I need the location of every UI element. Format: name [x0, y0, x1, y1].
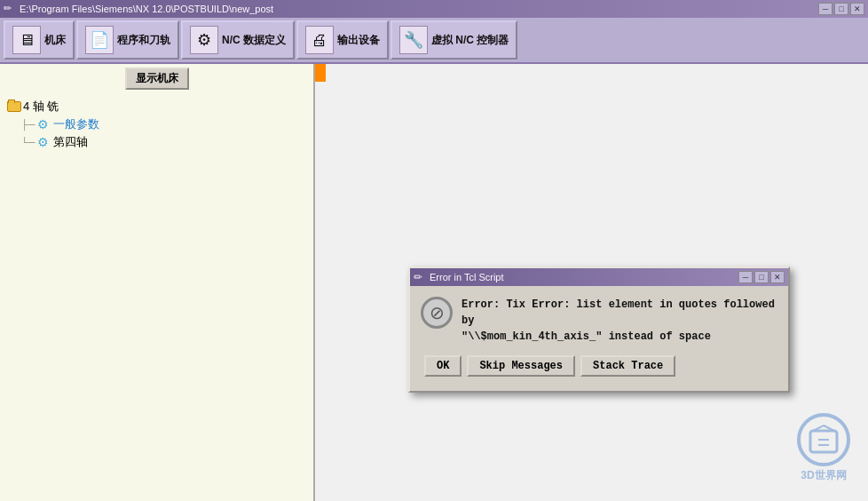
dialog-title-text: Error in Tcl Script [430, 272, 738, 282]
dialog-message-row: ⊘ Error: Tix Error: list element in quot… [421, 297, 777, 345]
dialog-buttons: OK Skip Messages Stack Trace [421, 355, 777, 380]
dialog-message-text: Error: Tix Error: list element in quotes… [462, 297, 777, 345]
dialog-minimize-button[interactable]: ─ [738, 271, 753, 283]
stack-trace-button[interactable]: Stack Trace [580, 355, 675, 377]
dialog-overlay: ✏ Error in Tcl Script ─ □ ✕ ⊘ Error: Tix… [0, 0, 868, 501]
dialog-maximize-button[interactable]: □ [754, 271, 769, 283]
ok-button[interactable]: OK [424, 355, 462, 377]
dialog-title-bar: ✏ Error in Tcl Script ─ □ ✕ [410, 268, 788, 286]
dialog-close-button[interactable]: ✕ [770, 271, 785, 283]
dialog-content: ⊘ Error: Tix Error: list element in quot… [410, 286, 788, 391]
skip-messages-button[interactable]: Skip Messages [467, 355, 575, 377]
dialog-title-icon: ✏ [414, 271, 426, 283]
error-dialog: ✏ Error in Tcl Script ─ □ ✕ ⊘ Error: Tix… [408, 266, 790, 393]
dialog-title-buttons: ─ □ ✕ [738, 271, 785, 283]
dialog-error-icon: ⊘ [421, 297, 453, 329]
